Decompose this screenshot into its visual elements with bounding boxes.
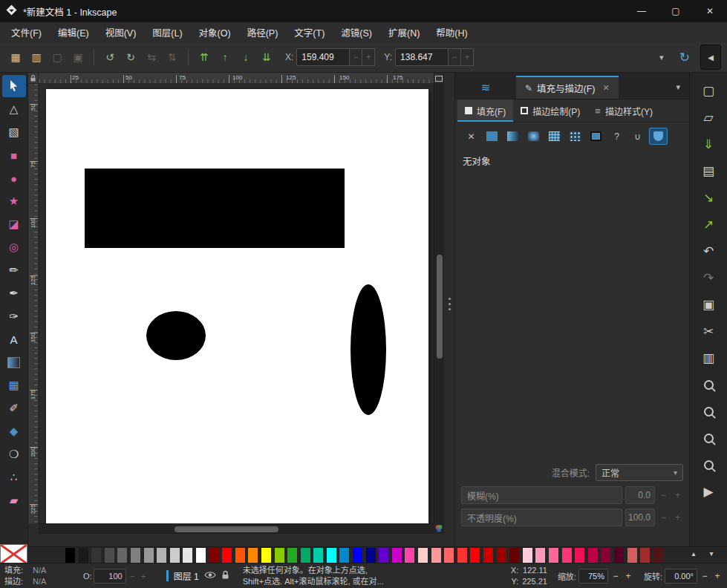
export-image-button[interactable]: ↗	[695, 212, 722, 236]
flip-vertical-button[interactable]: ⇅	[163, 48, 182, 67]
menu-item-6[interactable]: 路径(P)	[239, 22, 287, 42]
palette-swatch[interactable]	[170, 548, 180, 563]
maximize-button[interactable]: ▢	[659, 0, 693, 22]
import-image-button[interactable]: ↘	[695, 186, 722, 209]
ruler-left[interactable]: 5075100125150175200225	[28, 84, 39, 523]
vertical-scrollbar-thumb[interactable]	[437, 255, 443, 359]
opacity-value-input[interactable]: 100.0	[625, 509, 655, 526]
pencil-tool[interactable]: ✏	[2, 259, 26, 281]
dock-tab-swatches[interactable]: ≋	[455, 76, 516, 99]
menu-item-1[interactable]: 文件(F)	[3, 22, 50, 42]
zoom-tool-button[interactable]	[695, 399, 722, 423]
find-replace-button[interactable]	[695, 373, 722, 396]
zoom-out-button[interactable]: −	[610, 571, 621, 581]
palette-swatch[interactable]	[523, 548, 532, 563]
menu-item-2[interactable]: 编辑(E)	[50, 22, 97, 42]
spray-tool[interactable]: ∴	[2, 466, 26, 489]
menu-item-3[interactable]: 视图(V)	[97, 22, 145, 42]
horizontal-scrollbar[interactable]	[39, 523, 434, 534]
black-rectangle-shape[interactable]	[85, 169, 345, 248]
close-tab-icon[interactable]: ✕	[603, 83, 610, 93]
palette-swatch[interactable]	[418, 548, 428, 563]
palette-swatch[interactable]	[405, 548, 414, 563]
zoom-drawing-button[interactable]	[695, 453, 722, 477]
paint-bucket-tool[interactable]: ◆	[2, 420, 26, 442]
menu-item-5[interactable]: 对象(O)	[191, 22, 239, 42]
zoom-in-button[interactable]: +	[623, 571, 633, 581]
selection-box-button[interactable]: ▣	[68, 48, 88, 67]
rotate-cw-button[interactable]: ↻	[121, 48, 140, 67]
palette-swatch[interactable]	[588, 548, 598, 563]
palette-swatch[interactable]	[575, 548, 584, 563]
palette-swatch[interactable]	[509, 548, 519, 563]
toolbar-overflow-chevron-icon[interactable]: ▾	[654, 53, 669, 62]
palette-swatch[interactable]	[327, 548, 336, 563]
eraser-tool[interactable]: ▰	[2, 489, 26, 512]
opacity-dec-button[interactable]: −	[128, 572, 137, 581]
undo-button[interactable]: ↶	[695, 239, 722, 263]
star-tool[interactable]: ★	[2, 190, 26, 212]
palette-swatch[interactable]	[261, 548, 271, 563]
palette-swatch[interactable]	[653, 548, 663, 563]
palette-swatch[interactable]	[535, 548, 545, 563]
menu-item-9[interactable]: 扩展(N)	[380, 22, 428, 42]
palette-swatch[interactable]	[196, 548, 206, 563]
calligraphy-tool[interactable]: ✑	[2, 305, 26, 327]
palette-swatch[interactable]	[157, 548, 166, 563]
tab-fill[interactable]: 填充(F)	[457, 99, 513, 122]
palette-swatch[interactable]	[627, 548, 637, 563]
box3d-tool[interactable]: ◪	[2, 213, 26, 235]
x-increment-button[interactable]: +	[362, 48, 375, 66]
open-document-button[interactable]: ▱	[695, 105, 722, 129]
vertical-scrollbar[interactable]	[434, 84, 444, 523]
opacity-increment-button[interactable]: +	[672, 509, 683, 526]
color-management-icon[interactable]	[434, 523, 444, 534]
palette-swatch[interactable]	[144, 548, 154, 563]
duplicate-button[interactable]: ▣	[695, 293, 722, 316]
palette-swatch[interactable]	[105, 548, 114, 563]
palette-swatch[interactable]	[275, 548, 284, 563]
y-decrement-button[interactable]: −	[449, 48, 461, 66]
palette-swatch[interactable]	[117, 548, 127, 563]
paint-swatch-button[interactable]	[587, 128, 604, 144]
y-position-input[interactable]: 138.647	[395, 48, 449, 66]
layer-visibility-eye-icon[interactable]	[204, 571, 216, 581]
tab-stroke-paint[interactable]: 描边绘制(P)	[513, 99, 587, 122]
lower-to-bottom-button[interactable]: ⇊	[257, 48, 276, 67]
palette-swatch[interactable]	[470, 548, 480, 563]
paint-linear-gradient-button[interactable]	[504, 128, 521, 144]
palette-scroll-down-icon[interactable]: ▾	[705, 549, 718, 558]
palette-swatch[interactable]	[209, 548, 219, 563]
opacity-slider[interactable]: 不透明度(%)	[461, 509, 622, 526]
palette-swatch[interactable]	[640, 548, 650, 563]
paint-unset-button[interactable]	[650, 128, 667, 144]
palette-swatch[interactable]	[392, 548, 402, 563]
paint-unknown-button[interactable]: ?	[608, 128, 625, 144]
rotation-dec-button[interactable]: −	[700, 571, 710, 581]
object-opacity-input[interactable]: 100	[94, 569, 126, 584]
node-tool[interactable]: △	[2, 98, 26, 120]
palette-swatch[interactable]	[91, 548, 101, 563]
palette-swatch[interactable]	[222, 548, 232, 563]
horizontal-scrollbar-thumb[interactable]	[175, 526, 278, 532]
blend-mode-select[interactable]: 正常 ▾	[596, 464, 683, 481]
spiral-tool[interactable]: ◎	[2, 236, 26, 258]
zoom-value-input[interactable]: 75%	[578, 569, 608, 584]
blur-slider[interactable]: 模糊(%)	[461, 486, 622, 504]
x-position-input[interactable]: 159.409	[296, 48, 350, 66]
palette-swatch[interactable]	[457, 548, 467, 563]
new-document-button[interactable]: ▢	[695, 79, 722, 102]
blur-decrement-button[interactable]: −	[658, 486, 669, 504]
opacity-decrement-button[interactable]: −	[658, 509, 669, 526]
palette-swatch[interactable]	[65, 548, 75, 563]
menu-item-8[interactable]: 滤镜(S)	[333, 22, 380, 42]
paint-pattern-button[interactable]	[567, 128, 584, 144]
no-color-swatch[interactable]	[0, 544, 27, 564]
rotation-reset-icon[interactable]: ↻	[679, 50, 690, 65]
palette-swatch[interactable]	[287, 548, 297, 563]
paint-flat-color-button[interactable]	[483, 128, 501, 144]
blur-value-input[interactable]: 0.0	[625, 486, 655, 504]
palette-swatch[interactable]	[301, 548, 310, 563]
rotation-value-input[interactable]: 0.00°	[665, 569, 697, 584]
dropper-tool[interactable]: ✐	[2, 397, 26, 419]
